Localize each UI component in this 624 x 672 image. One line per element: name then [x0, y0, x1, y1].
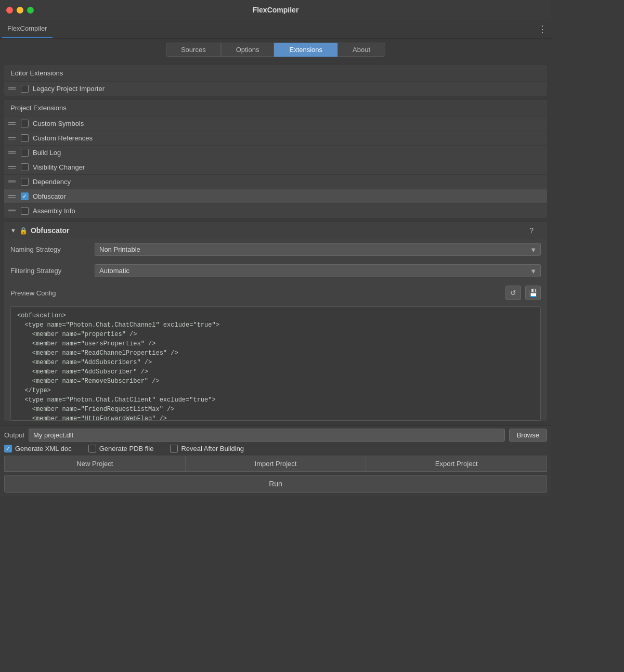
drag-handle-assembly[interactable] — [8, 210, 16, 212]
build-log-label: Build Log — [33, 149, 61, 157]
export-project-button[interactable]: Export Project — [366, 456, 547, 472]
naming-strategy-select[interactable]: Non Printable Random Sequential — [95, 243, 541, 256]
legacy-label: Legacy Project Importer — [33, 85, 105, 93]
custom-references-row: Custom References — [4, 131, 547, 146]
dependency-checkbox[interactable] — [21, 178, 29, 186]
obfuscator-panel-header: ▼ 🔒 Obfuscator ? — [4, 222, 547, 239]
drag-handle-obfuscator[interactable] — [8, 195, 16, 198]
titlebar: FlexCompiler — [0, 0, 551, 20]
generate-pdb-checkbox[interactable] — [88, 445, 96, 453]
window-controls — [6, 7, 34, 14]
obfuscator-label: Obfuscator — [33, 192, 66, 200]
action-buttons: New Project Import Project Export Projec… — [4, 456, 547, 472]
output-input[interactable] — [29, 429, 505, 442]
custom-references-checkbox[interactable] — [21, 134, 29, 142]
import-project-button[interactable]: Import Project — [185, 456, 366, 472]
output-label: Output — [4, 431, 24, 439]
generate-xml-label: Generate XML doc — [15, 445, 72, 453]
checkboxes-row: ✓ Generate XML doc Generate PDB file Rev… — [4, 445, 547, 453]
project-extensions-header: Project Extensions — [4, 100, 547, 117]
maximize-button[interactable] — [27, 7, 34, 14]
drag-handle-legacy[interactable] — [8, 87, 16, 90]
editor-extensions-section: Editor Extensions Legacy Project Importe… — [4, 65, 547, 96]
tabbar: FlexCompiler ⋮ — [0, 20, 551, 38]
reveal-after-checkbox[interactable] — [170, 445, 178, 453]
dependency-row: Dependency — [4, 175, 547, 189]
reveal-after-label: Reveal After Building — [181, 445, 244, 453]
visibility-changer-row: Visibility Changer — [4, 160, 547, 175]
lock-icon: 🔒 — [19, 227, 28, 235]
obfuscator-title: Obfuscator — [31, 226, 70, 235]
drag-handle-custom-symbols[interactable] — [8, 122, 16, 125]
naming-strategy-row: Naming Strategy Non Printable Random Seq… — [4, 239, 547, 260]
filtering-strategy-label: Filtering Strategy — [10, 267, 88, 275]
tab-options[interactable]: Options — [221, 43, 275, 57]
generate-pdb-item: Generate PDB file — [88, 445, 154, 453]
drag-handle-visibility[interactable] — [8, 166, 16, 169]
build-log-row: Build Log — [4, 146, 547, 160]
run-button[interactable]: Run — [4, 475, 547, 493]
naming-strategy-label: Naming Strategy — [10, 245, 88, 253]
filtering-strategy-select[interactable]: Automatic Manual — [95, 264, 541, 277]
preview-config-label: Preview Config — [10, 289, 88, 297]
tab-about[interactable]: About — [337, 43, 385, 57]
new-project-button[interactable]: New Project — [4, 456, 185, 472]
reveal-after-item: Reveal After Building — [170, 445, 244, 453]
dependency-label: Dependency — [33, 178, 71, 186]
obfuscator-panel: ▼ 🔒 Obfuscator ? Naming Strategy Non Pri… — [4, 222, 547, 421]
project-extensions-section: Project Extensions Custom Symbols Custom… — [4, 100, 547, 218]
close-button[interactable] — [6, 7, 13, 14]
assembly-info-row: Assembly Info — [4, 204, 547, 218]
refresh-button[interactable]: ↺ — [505, 286, 521, 300]
custom-references-label: Custom References — [33, 134, 93, 142]
custom-symbols-checkbox[interactable] — [21, 120, 29, 127]
assembly-info-label: Assembly Info — [33, 207, 75, 215]
tabbar-label: FlexCompiler — [2, 20, 53, 38]
help-icon[interactable]: ? — [529, 226, 534, 235]
browse-button[interactable]: Browse — [509, 429, 547, 442]
assembly-info-checkbox[interactable] — [21, 207, 29, 215]
tab-sources[interactable]: Sources — [166, 43, 221, 57]
more-options-icon[interactable]: ⋮ — [538, 23, 547, 35]
editor-extensions-header: Editor Extensions — [4, 65, 547, 82]
app-title: FlexCompiler — [253, 6, 299, 14]
minimize-button[interactable] — [17, 7, 23, 14]
naming-strategy-select-wrapper: Non Printable Random Sequential ▼ — [95, 243, 541, 256]
filtering-strategy-select-wrapper: Automatic Manual ▼ — [95, 264, 541, 277]
custom-symbols-row: Custom Symbols — [4, 117, 547, 131]
legacy-checkbox[interactable] — [21, 85, 29, 93]
chevron-down-icon[interactable]: ▼ — [10, 227, 16, 234]
custom-symbols-label: Custom Symbols — [33, 120, 84, 127]
save-config-button[interactable]: 💾 — [525, 286, 541, 300]
build-log-checkbox[interactable] — [21, 149, 29, 157]
nav-tabs: Sources Options Extensions About — [0, 38, 551, 61]
visibility-changer-label: Visibility Changer — [33, 163, 85, 171]
drag-handle-dependency[interactable] — [8, 180, 16, 183]
filtering-strategy-row: Filtering Strategy Automatic Manual ▼ — [4, 260, 547, 281]
obfuscation-code[interactable]: <obfuscation> <type name="Photon.Chat.Ch… — [10, 306, 541, 421]
obfuscator-row: ✓ Obfuscator — [4, 189, 547, 204]
generate-xml-checkbox[interactable]: ✓ — [4, 445, 12, 453]
generate-pdb-label: Generate PDB file — [99, 445, 154, 453]
visibility-changer-checkbox[interactable] — [21, 163, 29, 171]
tab-extensions[interactable]: Extensions — [274, 43, 337, 57]
drag-handle-custom-refs[interactable] — [8, 137, 16, 139]
generate-xml-item: ✓ Generate XML doc — [4, 445, 72, 453]
legacy-project-importer-row: Legacy Project Importer — [4, 82, 547, 96]
preview-config-row: Preview Config ↺ 💾 — [4, 281, 547, 304]
drag-handle-build-log[interactable] — [8, 151, 16, 154]
bottom-bar: Output Browse ✓ Generate XML doc Generat… — [0, 425, 551, 496]
obfuscator-checkbox[interactable]: ✓ — [21, 192, 29, 200]
output-row: Output Browse — [4, 429, 547, 442]
